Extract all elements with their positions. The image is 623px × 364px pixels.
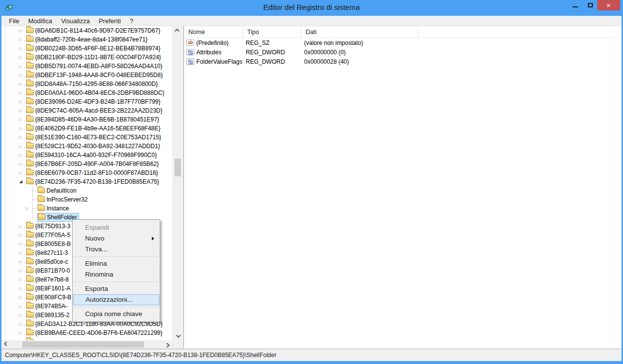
tree-item[interactable]: ▷{8E594310-16CA-4a00-932F-F70969F990C0} bbox=[1, 151, 172, 160]
expand-icon[interactable]: ▷ bbox=[18, 266, 24, 275]
tree-item-label: {8DB2180F-BD29-11D1-8B7E-00C04FD7A924} bbox=[35, 54, 161, 61]
expand-icon[interactable]: ▷ bbox=[18, 53, 24, 62]
tree-item[interactable]: ▷{8DA6DB1C-8114-40c6-9D97-D2E7E9757D67} bbox=[1, 26, 172, 35]
tree-horizontal-scrollbar[interactable] bbox=[1, 340, 172, 349]
expand-icon[interactable]: ▷ bbox=[18, 320, 24, 328]
context-menu-item[interactable]: Espandi bbox=[73, 222, 159, 233]
expand-icon[interactable]: ▷ bbox=[18, 26, 24, 35]
tree-item-label: {8e827c11-3 bbox=[35, 249, 68, 256]
expand-icon[interactable]: ▷ bbox=[18, 160, 24, 168]
tree-item[interactable]: ▷{8E394D85-46D9-4A30-BE6B-1B8780451E97} bbox=[1, 115, 172, 124]
expand-icon[interactable]: ▷ bbox=[18, 328, 24, 337]
expand-icon[interactable]: ▷ bbox=[18, 302, 24, 311]
expand-icon[interactable]: ▷ bbox=[18, 311, 24, 320]
folder-icon bbox=[26, 241, 34, 246]
context-menu-item[interactable]: Esporta bbox=[73, 283, 159, 294]
tree-item[interactable]: ▷{8dabaff2-720b-4eae-8da4-138f0847ee71} bbox=[1, 35, 172, 44]
expand-icon[interactable]: ▷ bbox=[18, 88, 24, 97]
folder-icon bbox=[26, 152, 34, 158]
close-button[interactable]: × bbox=[597, 0, 620, 10]
tree-item[interactable]: ▷{8DB5D791-0074-4EBD-A8F0-58D26AAD4A10} bbox=[1, 62, 172, 71]
column-header-type[interactable]: Tipo bbox=[243, 26, 301, 38]
expand-icon[interactable]: ▷ bbox=[18, 168, 24, 177]
expand-icon[interactable]: ▷ bbox=[18, 62, 24, 71]
expand-icon[interactable]: ▷ bbox=[18, 133, 24, 142]
menubar-item-help[interactable]: ? bbox=[125, 16, 137, 26]
menubar-item-modifica[interactable]: Modifica bbox=[24, 16, 56, 26]
expand-icon[interactable]: ▷ bbox=[18, 257, 24, 266]
value-data: 0x00000028 (40) bbox=[304, 58, 349, 65]
tree-item[interactable]: ▷{8E6E6079-0CB7-11d2-8F10-0000F87ABD16} bbox=[1, 168, 172, 177]
folder-icon bbox=[26, 99, 34, 104]
expand-icon[interactable]: ▷ bbox=[18, 284, 24, 293]
folder-icon bbox=[26, 312, 34, 318]
expand-icon[interactable]: ▷ bbox=[18, 71, 24, 80]
tree-item[interactable]: DefaultIcon bbox=[1, 186, 172, 195]
tree-item-label: {8E8F1601-A bbox=[35, 285, 70, 292]
expand-icon[interactable]: ▷ bbox=[18, 293, 24, 302]
column-header-data[interactable]: Dati bbox=[301, 26, 418, 38]
title-bar[interactable]: Editor del Registro di sistema × bbox=[0, 0, 623, 16]
folder-icon bbox=[26, 90, 34, 95]
tree-item[interactable]: ▷{8DE0A0A1-96D0-4B04-8EC6-2DBF9BD888DC} bbox=[1, 88, 172, 97]
tree-item-label: {8DA6DB1C-8114-40c6-9D97-D2E7E9757D67} bbox=[35, 27, 160, 34]
tree-item[interactable]: ▷{8DE9C74C-605A-4acd-BEE3-2B222AA2D23D} bbox=[1, 106, 172, 115]
expand-icon[interactable]: ▷ bbox=[18, 151, 24, 160]
tree-item[interactable]: ▷{8DE39096-D24E-4DF3-B24B-1B7F770BF799} bbox=[1, 97, 172, 106]
context-menu-item[interactable]: Rinomina bbox=[73, 269, 159, 280]
tree-item-label: {8DD8A48A-7150-4295-8E88-066F3480800D} bbox=[35, 81, 158, 87]
expand-icon[interactable]: ▷ bbox=[18, 124, 24, 133]
tree-item[interactable]: ▷{8DBEF13F-1948-4AA8-8CF0-048EEBED95D8} bbox=[1, 71, 172, 80]
tree-item[interactable]: ▷{8DB0224B-3D65-4F6F-8E12-BEB4B78B8974} bbox=[1, 44, 172, 53]
tree-item[interactable]: ▷{8E4062D9-FE1B-4b9e-AA16-5E8EEF68F48E} bbox=[1, 124, 172, 133]
tree-item[interactable]: ◢{8E74D236-7F35-4720-B138-1FED0B85EA75} bbox=[1, 177, 172, 186]
expand-icon[interactable]: ▷ bbox=[18, 44, 24, 53]
tree-item-label: {8DE0A0A1-96D0-4B04-8EC6-2DBF9BD888DC} bbox=[35, 89, 164, 96]
context-menu-item[interactable]: Copia nome chiave bbox=[73, 309, 159, 320]
reg-dword-icon: 011110 bbox=[186, 58, 194, 65]
tree-item[interactable]: ▷{8EB9BA6E-CEED-4D06-B7F6-EA6047221299} bbox=[1, 328, 172, 337]
vertical-scroll-thumb[interactable] bbox=[175, 159, 181, 176]
table-row[interactable]: 011110AttributesREG_DWORD0x00000000 (0) bbox=[184, 47, 622, 57]
context-menu-item[interactable]: Nuovo bbox=[73, 233, 159, 244]
expand-icon[interactable]: ▷ bbox=[18, 222, 24, 231]
expand-icon[interactable]: ▷ bbox=[18, 80, 24, 88]
maximize-button[interactable] bbox=[583, 0, 597, 10]
scroll-down-icon[interactable] bbox=[174, 332, 182, 340]
table-row[interactable]: 011110FolderValueFlagsREG_DWORD0x0000002… bbox=[184, 57, 622, 66]
expand-icon[interactable]: ▷ bbox=[18, 106, 24, 115]
context-menu-item[interactable]: Trova... bbox=[73, 244, 159, 255]
expand-icon[interactable]: ▷ bbox=[18, 115, 24, 124]
expand-icon[interactable]: ▷ bbox=[18, 35, 24, 44]
minimize-button[interactable] bbox=[568, 0, 582, 10]
table-row[interactable]: ab(Predefinito)REG_SZ(valore non imposta… bbox=[184, 38, 622, 47]
scroll-right-icon[interactable] bbox=[164, 340, 172, 349]
tree-item[interactable]: InProcServer32 bbox=[1, 195, 172, 204]
menubar-item-visualizza[interactable]: Visualizza bbox=[56, 16, 94, 26]
expand-icon[interactable]: ▷ bbox=[18, 240, 24, 248]
expand-icon[interactable]: ▷ bbox=[18, 97, 24, 106]
tree-item[interactable]: ▷{8E528C21-9D52-4030-BA92-3481227ADDD1} bbox=[1, 142, 172, 151]
collapse-icon[interactable]: ◢ bbox=[18, 177, 24, 186]
expand-icon[interactable]: ▷ bbox=[18, 231, 24, 240]
context-menu-item[interactable]: Elimina bbox=[73, 258, 159, 269]
tree-item[interactable]: ▷{8DD8A48A-7150-4295-8E88-066F3480800D} bbox=[1, 80, 172, 88]
context-menu-item[interactable]: Autorizzazioni... bbox=[73, 294, 159, 305]
expand-icon[interactable]: ▷ bbox=[18, 248, 24, 257]
menubar-item-preferiti[interactable]: Preferiti bbox=[94, 16, 126, 26]
column-header-name[interactable]: Nome bbox=[184, 26, 243, 38]
tree-item[interactable]: ▷{8E51E390-C160-4E73-BEC2-C0E753AD1715} bbox=[1, 133, 172, 142]
expand-icon[interactable]: ▷ bbox=[24, 204, 30, 213]
tree-item[interactable]: ▷Instance bbox=[1, 204, 172, 213]
horizontal-scroll-thumb[interactable] bbox=[22, 341, 144, 348]
tree-item[interactable]: ▷{8E67B6EF-205D-490F-A004-7B04F8F65B62} bbox=[1, 160, 172, 168]
tree-vertical-scrollbar[interactable] bbox=[174, 26, 182, 340]
menubar-item-file[interactable]: File bbox=[4, 16, 24, 26]
scroll-left-icon[interactable] bbox=[1, 340, 10, 349]
reg-sz-icon: ab bbox=[186, 40, 194, 46]
tree-item[interactable]: ▷{8DB2180F-BD29-11D1-8B7E-00C04FD7A924} bbox=[1, 53, 172, 62]
tree-item-label: {8EB9BA6E-CEED-4D06-B7F6-EA6047221299} bbox=[35, 329, 163, 336]
expand-icon[interactable]: ▷ bbox=[18, 142, 24, 151]
expand-icon[interactable]: ▷ bbox=[18, 275, 24, 284]
scroll-up-icon[interactable] bbox=[174, 26, 182, 35]
